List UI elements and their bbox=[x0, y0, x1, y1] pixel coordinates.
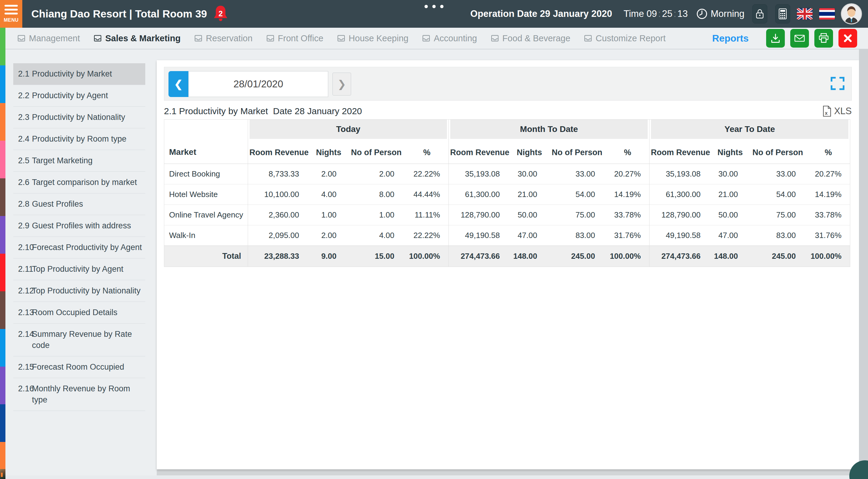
report-number: 2.1 bbox=[13, 68, 32, 79]
overflow-menu-icon[interactable] bbox=[425, 5, 444, 8]
sub-header-nights: Nights bbox=[310, 142, 347, 164]
report-number: 2.11 bbox=[13, 264, 32, 275]
sidebar-item-2-9[interactable]: 2.9 Guest Profiles with address bbox=[13, 215, 145, 237]
table-cell: 35,193.08 bbox=[449, 164, 511, 184]
table-cell: 8,733.33 bbox=[248, 164, 310, 184]
sub-header-room-revenue: Room Revenue bbox=[650, 142, 712, 164]
nav-item-sales-marketing[interactable]: Sales & Marketing bbox=[93, 33, 181, 43]
next-date-button[interactable]: ❯ bbox=[333, 73, 351, 96]
table-cell: 21.00 bbox=[511, 184, 548, 204]
sidebar-item-2-15[interactable]: 2.15 Forecast Room Occupied bbox=[13, 356, 145, 378]
report-title-row: 2.1 Productivity by Market Date 28 Janua… bbox=[164, 105, 852, 117]
topbar: MENU Chiang Dao Resort | Total Room 39 2… bbox=[0, 0, 868, 28]
table-cell: 75.00 bbox=[548, 204, 606, 225]
sub-header-: % bbox=[606, 142, 650, 164]
sub-header-: % bbox=[807, 142, 850, 164]
table-cell: 21.00 bbox=[712, 184, 749, 204]
flag-uk[interactable] bbox=[797, 8, 812, 20]
menu-button[interactable]: MENU bbox=[0, 0, 22, 28]
sidebar-item-2-13[interactable]: 2.13 Room Occupied Details bbox=[13, 302, 145, 324]
nav-item-reservation[interactable]: Reservation bbox=[194, 33, 253, 43]
report-label: Summary Revenue by Rate code bbox=[32, 329, 145, 351]
table-cell: 33.00 bbox=[749, 164, 807, 184]
table-cell: 1.00 bbox=[310, 204, 347, 225]
chevron-right-icon: ❯ bbox=[338, 79, 346, 89]
chevron-left-icon: ❮ bbox=[174, 79, 183, 89]
sidebar-item-2-12[interactable]: 2.12 Top Productivity by Nationality bbox=[13, 280, 145, 302]
user-avatar[interactable] bbox=[841, 3, 862, 24]
nav-item-food-beverage[interactable]: Food & Beverage bbox=[490, 33, 570, 43]
report-label: Productivity by Market bbox=[32, 68, 145, 79]
close-button[interactable] bbox=[838, 29, 857, 47]
report-label: Room Occupied Details bbox=[32, 307, 145, 318]
sidebar-item-2-5[interactable]: 2.5 Target Marketing bbox=[13, 150, 145, 172]
table-head: MarketTodayMonth To DateYear To DateRoom… bbox=[164, 120, 850, 164]
sidebar-item-2-14[interactable]: 2.14 Summary Revenue by Rate code bbox=[13, 324, 145, 356]
table-cell: 2.00 bbox=[310, 225, 347, 246]
sidebar-item-2-1[interactable]: 2.1 Productivity by Market bbox=[13, 63, 145, 85]
table-cell: 15.00 bbox=[347, 246, 405, 266]
nav-item-accounting[interactable]: Accounting bbox=[422, 33, 477, 43]
rail-photo-thumb bbox=[0, 469, 5, 479]
table-cell: 44.44% bbox=[405, 184, 449, 204]
export-xls-button[interactable]: x XLS bbox=[823, 105, 852, 117]
sidebar-item-2-8[interactable]: 2.8 Guest Profiles bbox=[13, 193, 145, 215]
vertical-scrollbar[interactable] bbox=[859, 50, 868, 479]
calculator-button[interactable] bbox=[775, 4, 790, 24]
download-button[interactable] bbox=[766, 29, 785, 47]
date-input[interactable] bbox=[188, 71, 328, 97]
fullscreen-icon bbox=[830, 77, 845, 90]
inbox-icon bbox=[194, 34, 203, 43]
table-cell: 2.00 bbox=[310, 164, 347, 184]
inbox-icon bbox=[422, 34, 431, 43]
hamburger-icon bbox=[4, 5, 18, 7]
sidebar-item-2-10[interactable]: 2.10 Forecast Productivity by Agent bbox=[13, 237, 145, 258]
nav-item-label: Front Office bbox=[278, 33, 323, 43]
table-cell: 14.19% bbox=[807, 184, 850, 204]
nav-item-label: House Keeping bbox=[349, 33, 408, 43]
reports-link[interactable]: Reports bbox=[712, 33, 749, 44]
report-label: Target comparison by market bbox=[32, 177, 145, 188]
sub-header-no-of-person: No of Person bbox=[749, 142, 807, 164]
table-row-direct-booking: Direct Booking8,733.332.002.0022.22%35,1… bbox=[164, 164, 850, 184]
sidebar-item-2-16[interactable]: 2.16 Monthly Revenue by Room type bbox=[13, 378, 145, 411]
table-cell: 128,790.00 bbox=[449, 204, 511, 225]
report-number: 2.3 bbox=[13, 112, 32, 123]
fullscreen-button[interactable] bbox=[830, 77, 845, 90]
table-cell: 11.11% bbox=[405, 204, 449, 225]
rail-segment-8 bbox=[0, 291, 5, 329]
table-cell: 47.00 bbox=[712, 225, 749, 246]
sub-header-room-revenue: Room Revenue bbox=[248, 142, 310, 164]
sidebar-item-2-2[interactable]: 2.2 Productivity by Agent bbox=[13, 85, 145, 107]
sidebar-item-2-11[interactable]: 2.11 Top Productivity by Agent bbox=[13, 258, 145, 280]
sidebar-item-2-6[interactable]: 2.6 Target comparison by market bbox=[13, 172, 145, 193]
inbox-icon bbox=[584, 34, 592, 43]
nav-item-customize-report[interactable]: Customize Report bbox=[584, 33, 665, 43]
lock-icon bbox=[755, 8, 764, 19]
report-label: Forecast Productivity by Agent bbox=[32, 242, 145, 253]
sidebar-item-2-4[interactable]: 2.4 Productivity by Room type bbox=[13, 128, 145, 150]
sub-header-room-revenue: Room Revenue bbox=[449, 142, 511, 164]
table-cell: 22.22% bbox=[405, 164, 449, 184]
printer-icon bbox=[818, 33, 830, 44]
panel-shadow bbox=[157, 469, 868, 476]
report-label: Guest Profiles bbox=[32, 198, 145, 210]
flag-thailand[interactable] bbox=[819, 8, 835, 20]
prev-date-button[interactable]: ❮ bbox=[168, 71, 188, 97]
table-cell: 50.00 bbox=[511, 204, 548, 225]
table-cell: 35,193.08 bbox=[650, 164, 712, 184]
lock-button[interactable] bbox=[752, 4, 767, 24]
rail-segment-10 bbox=[0, 366, 5, 404]
nav-item-label: Reservation bbox=[206, 33, 253, 43]
market-cell: Hotel Website bbox=[164, 184, 248, 204]
group-header-year-to-date: Year To Date bbox=[650, 120, 850, 142]
print-button[interactable] bbox=[814, 29, 833, 47]
sidebar-item-2-3[interactable]: 2.3 Productivity by Nationality bbox=[13, 107, 145, 128]
nav-item-front-office[interactable]: Front Office bbox=[266, 33, 323, 43]
nav-item-management[interactable]: Management bbox=[17, 33, 80, 43]
email-button[interactable] bbox=[790, 29, 809, 47]
market-cell: Online Travel Agency bbox=[164, 204, 248, 225]
report-table-wrap: MarketTodayMonth To DateYear To DateRoom… bbox=[164, 119, 850, 267]
notification-bell[interactable]: 2 bbox=[214, 5, 227, 23]
nav-item-house-keeping[interactable]: House Keeping bbox=[337, 33, 408, 43]
